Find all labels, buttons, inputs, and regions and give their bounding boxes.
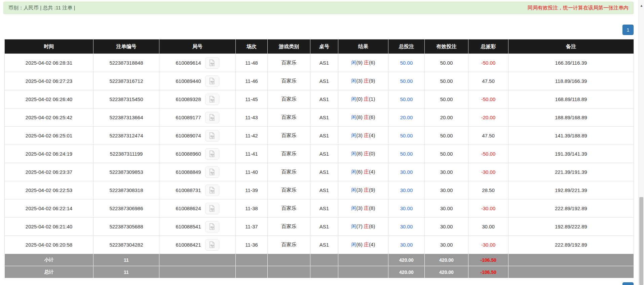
cell-table-no: AS1	[310, 72, 338, 90]
table-row: 2025-04-02 06:20:58522387304282610088421…	[5, 236, 634, 254]
summary-payout: -106.50	[468, 254, 508, 266]
result-banker-label: 庄	[364, 78, 369, 84]
scrollbar-thumb[interactable]	[639, 197, 643, 285]
cell-payout: 30.00	[468, 218, 508, 236]
cell-session: 11-36	[236, 236, 268, 254]
cell-round-id: 610089074	[159, 127, 236, 145]
scroll-up-button[interactable]: ▲	[639, 2, 644, 9]
cell-payout: -50.00	[468, 90, 508, 108]
header-cell-6: 结果	[338, 39, 388, 54]
cell-game-type: 百家乐	[268, 145, 310, 163]
result-banker-label: 庄	[364, 187, 369, 193]
cell-payout: -30.00	[468, 199, 508, 218]
cell-bet-id: 522387306986	[93, 199, 159, 218]
summary-label: 小计	[5, 254, 93, 266]
cell-total-bet[interactable]: 50.00	[388, 145, 425, 163]
cell-total-bet[interactable]: 20.00	[388, 108, 425, 127]
cell-round-id: 610088849	[159, 163, 236, 181]
cell-payout: 47.50	[468, 127, 508, 145]
video-replay-button[interactable]	[205, 112, 219, 123]
cell-valid-bet: 30.00	[425, 199, 468, 218]
header-cell-9: 总派彩	[468, 39, 508, 54]
round-id-value: 610088731	[176, 187, 201, 193]
video-replay-button[interactable]	[205, 94, 219, 105]
header-cell-5: 桌号	[310, 39, 338, 54]
cell-total-bet[interactable]: 30.00	[388, 218, 425, 236]
total-row: 总计11420.00420.00-106.50	[5, 266, 634, 278]
cell-session: 11-40	[236, 163, 268, 181]
currency-summary-label: 币别：人民币 | 总共 :11 注单 |	[8, 5, 75, 11]
summary-valid-bet: 420.00	[425, 266, 468, 278]
cell-total-bet[interactable]: 50.00	[388, 90, 425, 108]
cell-total-bet[interactable]: 30.00	[388, 199, 425, 218]
result-player-label: 闲	[351, 78, 356, 84]
table-row: 2025-04-02 06:26:40522387315450610089328…	[5, 90, 634, 108]
video-replay-button[interactable]	[205, 239, 219, 251]
cell-total-bet[interactable]: 50.00	[388, 127, 425, 145]
result-player-label: 闲	[351, 96, 356, 102]
result-player-score: (6)	[356, 169, 363, 175]
cell-result: 闲(0) 庄(1)	[338, 90, 388, 108]
cell-game-type: 百家乐	[268, 163, 310, 181]
result-player-label: 闲	[351, 242, 356, 247]
video-replay-button[interactable]	[205, 57, 219, 69]
result-player-score: (3)	[356, 132, 363, 138]
result-player-score: (7)	[356, 223, 363, 229]
result-banker-score: (4)	[369, 242, 375, 247]
video-replay-icon	[208, 204, 216, 212]
video-replay-button[interactable]	[205, 166, 219, 178]
info-bar: 币别：人民币 | 总共 :11 注单 | 同局有效投注，统一计算在该局第一张注单…	[3, 2, 634, 14]
cell-session: 11-43	[236, 108, 268, 127]
result-banker-label: 庄	[364, 96, 369, 102]
video-replay-button[interactable]	[205, 148, 219, 160]
table-row: 2025-04-02 06:21:40522387305688610088541…	[5, 218, 634, 236]
result-player-label: 闲	[351, 132, 356, 138]
cell-session: 11-45	[236, 90, 268, 108]
result-banker-label: 庄	[364, 169, 369, 175]
table-row: 2025-04-02 06:27:23522387316712610089440…	[5, 72, 634, 90]
cell-time: 2025-04-02 06:25:01	[5, 127, 93, 145]
result-player-score: (0)	[356, 96, 363, 102]
video-replay-button[interactable]	[205, 130, 219, 141]
cell-table-no: AS1	[310, 163, 338, 181]
cell-game-type: 百家乐	[268, 199, 310, 218]
cell-result: 闲(8) 庄(0)	[338, 145, 388, 163]
pagination-page-button[interactable]: 1	[622, 25, 634, 35]
cell-result: 闲(8) 庄(6)	[338, 108, 388, 127]
cell-table-no: AS1	[310, 90, 338, 108]
result-banker-score: (9)	[369, 78, 375, 84]
result-banker-score: (4)	[369, 169, 375, 175]
result-banker-score: (1)	[369, 96, 375, 102]
video-replay-button[interactable]	[205, 221, 219, 232]
header-cell-8: 有效投注	[425, 39, 468, 54]
cell-table-no: AS1	[310, 181, 338, 199]
summary-total-bet: 420.00	[388, 254, 425, 266]
cell-game-type: 百家乐	[268, 108, 310, 127]
cell-bet-id: 522387316712	[93, 72, 159, 90]
result-player-score: (9)	[356, 60, 363, 65]
summary-count: 11	[93, 266, 159, 278]
cell-total-bet[interactable]: 50.00	[388, 72, 425, 90]
cell-session: 11-38	[236, 199, 268, 218]
result-player-score: (3)	[356, 205, 363, 211]
cell-total-bet[interactable]: 30.00	[388, 163, 425, 181]
round-id-value: 610088624	[176, 205, 201, 211]
table-row: 2025-04-02 06:28:31522387318848610089614…	[5, 54, 634, 72]
notice-label: 同局有效投注，统一计算在该局第一张注单内	[528, 5, 629, 11]
pagination-page-button-bottom[interactable]: 1	[622, 282, 634, 285]
cell-total-bet[interactable]: 30.00	[388, 181, 425, 199]
cell-total-bet[interactable]: 50.00	[388, 54, 425, 72]
video-replay-button[interactable]	[205, 185, 219, 196]
subtotal-row: 小计11420.00420.00-106.50	[5, 254, 634, 266]
video-replay-button[interactable]	[205, 75, 219, 87]
cell-remark: 221.39/191.39	[508, 163, 634, 181]
video-replay-button[interactable]	[205, 203, 219, 214]
summary-total-bet: 420.00	[388, 266, 425, 278]
cell-remark: 168.89/118.89	[508, 90, 634, 108]
cell-total-bet[interactable]: 30.00	[388, 236, 425, 254]
vertical-scrollbar[interactable]: ▲	[638, 0, 644, 285]
cell-result: 闲(3) 庄(8)	[338, 199, 388, 218]
cell-time: 2025-04-02 06:20:58	[5, 236, 93, 254]
result-player-label: 闲	[351, 151, 356, 156]
cell-remark: 141.39/188.89	[508, 127, 634, 145]
